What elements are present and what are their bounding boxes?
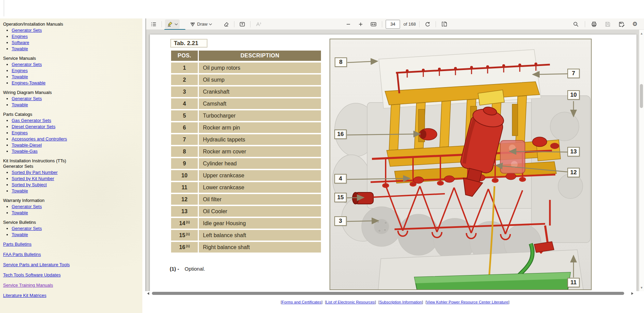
service-training-manuals-link[interactable]: Service Training Manuals: [3, 283, 53, 288]
list-item: Diesel Generator Sets: [12, 124, 139, 129]
draw-tool-button[interactable]: Draw: [188, 20, 214, 29]
sidebar-section-kit-installation: Kit Installation Instructions (TTs) Gene…: [3, 158, 139, 193]
list-item: Engines: [12, 131, 139, 135]
callout-10: 10: [567, 90, 580, 100]
save-as-icon: [618, 21, 625, 27]
scroll-left-icon[interactable]: [147, 292, 149, 295]
sidebar-link[interactable]: Generator Sets: [12, 28, 42, 33]
section-title: Operation/Installation Manuals: [3, 22, 139, 27]
footer-link-wrap: Subscription Information: [378, 300, 423, 304]
scroll-up-icon[interactable]: ▲: [639, 32, 644, 35]
engine-diagram-panel: 8 7 10 16 13 12 4 15 3 11: [330, 39, 592, 290]
kohler-literature-link[interactable]: View Kohler Power Resource Center Litera…: [427, 300, 508, 304]
list-item: Sorted by Kit Number: [12, 176, 139, 181]
save-as-button[interactable]: [617, 20, 627, 29]
forms-certificates-link[interactable]: Forms and Certificates: [282, 300, 322, 304]
section-title: Wiring Diagram Manuals: [3, 90, 139, 95]
horizontal-scrollbar[interactable]: [146, 291, 639, 296]
sidebar-link[interactable]: Towable: [12, 210, 28, 215]
list-item: Towable: [12, 189, 139, 193]
print-button[interactable]: [589, 20, 599, 29]
sidebar-link[interactable]: Gas Generator Sets: [12, 118, 51, 123]
engine-illustration: [330, 39, 592, 290]
sidebar-link[interactable]: Towable: [12, 74, 28, 79]
table-row-desc: Cylinder head: [199, 158, 321, 169]
table-of-contents-button[interactable]: [149, 20, 158, 29]
table-row-desc: Idle gear Housing: [199, 218, 321, 229]
sidebar-link[interactable]: Towable-Diesel: [12, 142, 42, 148]
zoom-out-button[interactable]: [344, 20, 353, 28]
list-item: Generator Sets: [12, 28, 139, 33]
save-button[interactable]: [603, 20, 613, 29]
sidebar-link[interactable]: Sorted by Kit Number: [12, 176, 54, 181]
read-aloud-button[interactable]: [254, 20, 263, 29]
toolbar-separator: [436, 21, 436, 27]
sidebar-link[interactable]: Diesel Generator Sets: [12, 124, 55, 129]
rotate-button[interactable]: [423, 20, 432, 28]
sidebar-link[interactable]: Sorted by Subject: [12, 182, 47, 187]
faa-parts-bulletins-link[interactable]: FAA Parts Bulletins: [3, 252, 41, 257]
table-row-desc: Oil Cooler: [199, 206, 321, 217]
sidebar-link[interactable]: Engines-Towable: [12, 80, 46, 85]
fit-width-button[interactable]: [369, 20, 378, 28]
sidebar-link[interactable]: Sorted By Part Number: [12, 170, 57, 175]
sidebar-link[interactable]: Generator Sets: [12, 96, 42, 101]
sidebar-link[interactable]: Generator Sets: [12, 226, 42, 231]
sidebar-link[interactable]: Towable: [12, 46, 28, 51]
callout-16: 16: [334, 130, 347, 139]
sidebar-link[interactable]: Engines: [12, 68, 28, 73]
sidebar-link[interactable]: Towable: [12, 188, 28, 193]
section-title: Parts Catalogs: [3, 112, 139, 117]
table-row-desc: Rocker arm cover: [199, 146, 321, 157]
pdf-viewport: Tab. 2.21 POS. DESCRIPTION 1 Oil pump ro…: [146, 30, 639, 291]
service-parts-tools-link[interactable]: Service Parts and Literature Tools: [3, 262, 70, 267]
gear-icon: ⚙: [632, 21, 637, 27]
zoom-in-button[interactable]: [356, 20, 365, 28]
sidebar-link[interactable]: Towable-Gas: [12, 149, 38, 154]
page-number-input[interactable]: [386, 20, 400, 29]
minus-icon: [346, 22, 351, 27]
toolbar-separator: [419, 21, 420, 27]
printer-icon: [591, 21, 597, 27]
sidebar-link[interactable]: Generator Sets: [12, 62, 42, 67]
sidebar-link[interactable]: Towable: [12, 232, 28, 237]
sidebar-link[interactable]: Engines: [12, 34, 28, 39]
parts-bulletins-link[interactable]: Parts Bulletins: [3, 242, 31, 247]
table-row-desc: Oil filter: [199, 194, 321, 205]
list-item: Engines: [12, 34, 139, 39]
list-item: Sorted by Subject: [12, 182, 139, 187]
scroll-right-icon[interactable]: [631, 292, 633, 295]
add-text-button[interactable]: [237, 20, 247, 29]
subscription-information-link[interactable]: Subscription Information: [379, 300, 422, 304]
list-item: Engines-Towable: [12, 81, 139, 85]
horizontal-scrollbar-thumb[interactable]: [152, 292, 624, 295]
list-item: Engines: [12, 68, 139, 73]
page-view-icon: [441, 21, 448, 27]
sidebar-link[interactable]: Software: [12, 40, 29, 45]
vertical-scrollbar-thumb[interactable]: [640, 84, 643, 108]
page-view-button[interactable]: [439, 20, 449, 28]
sidebar-link[interactable]: Accessories and Controllers: [12, 136, 67, 141]
table-title-box: Tab. 2.21: [170, 39, 207, 47]
page-count-label: of 168: [403, 22, 416, 27]
settings-button[interactable]: ⚙: [631, 20, 639, 28]
electronic-resources-link[interactable]: List of Electronic Resources: [326, 300, 375, 304]
sidebar-link[interactable]: Generator Sets: [12, 204, 42, 209]
highlight-tool-button[interactable]: [165, 19, 180, 29]
vertical-scrollbar[interactable]: ▲ ▼: [639, 30, 644, 291]
tech-tools-updates-link[interactable]: Tech Tools Software Updates: [3, 272, 61, 277]
sidebar-section-service-manuals: Service Manuals Generator Sets Engines T…: [3, 56, 139, 85]
sidebar-link[interactable]: Engines: [12, 130, 28, 135]
sidebar-link[interactable]: Towable: [12, 102, 28, 107]
list-item: Software: [12, 40, 139, 45]
scroll-down-icon[interactable]: ▼: [639, 286, 644, 289]
literature-kit-matrices-link[interactable]: Literature Kit Matrices: [3, 293, 46, 298]
table-row-pos: 15(1): [171, 230, 198, 241]
search-button[interactable]: [571, 20, 581, 29]
table-row-desc: Upper crankcase: [199, 170, 321, 181]
table-row-pos: 4: [171, 98, 198, 109]
callout-7: 7: [567, 69, 580, 78]
literature-sidebar: Operation/Installation Manuals Generator…: [0, 18, 142, 313]
erase-tool-button[interactable]: [221, 20, 231, 29]
table-row-desc: Lower crankcase: [199, 182, 321, 193]
